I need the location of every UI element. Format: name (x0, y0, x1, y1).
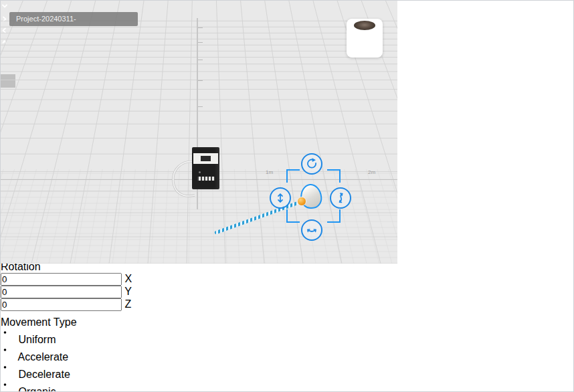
robot-machine-model[interactable] (192, 147, 219, 189)
view-orientation-cube[interactable] (347, 19, 383, 58)
rotation-x-field[interactable]: X (1, 273, 573, 286)
accelerate-path-icon (1, 351, 18, 363)
axis-label-1m: 1m (266, 169, 273, 175)
rotation-fields: X Y Z (1, 273, 573, 311)
axis-tick (198, 80, 203, 81)
rotation-y-field[interactable]: Y (1, 286, 573, 298)
viewport-3d[interactable]: 1m 2m Project-20240311- (1, 1, 397, 264)
decelerate-path-icon (1, 369, 18, 380)
cube-top-face (354, 21, 375, 30)
tilt-gizmo-button[interactable] (330, 187, 351, 209)
rotate-cw-gizmo-button[interactable] (301, 153, 322, 175)
machine-slot (201, 156, 211, 161)
movement-type-uniform[interactable]: Uniform (1, 328, 573, 346)
pan-horizontal-icon (305, 223, 318, 237)
organic-path-icon (1, 386, 18, 392)
machine-vent (197, 177, 215, 181)
axis-tick (198, 106, 203, 107)
movement-type-accelerate[interactable]: Accelerate (1, 346, 573, 363)
movement-type-options: Uniform Accelerate Decelerate (1, 328, 573, 392)
rotation-z-field[interactable]: Z (1, 298, 573, 311)
movement-type-organic[interactable]: Organic (1, 381, 573, 392)
project-name-badge: Project-20240311- (9, 12, 138, 26)
uniform-path-icon (1, 334, 18, 345)
bracket-corner (327, 169, 341, 183)
pan-horizontal-gizmo-button[interactable] (301, 219, 322, 241)
bracket-corner (327, 209, 341, 223)
camera-object[interactable] (298, 183, 323, 211)
machine-button (199, 171, 201, 173)
camera-lens (297, 197, 306, 206)
bracket-corner (286, 169, 300, 183)
axis-tick (198, 42, 203, 43)
movement-type-label: Movement Type (1, 316, 573, 328)
rotate-cw-icon (305, 157, 318, 171)
tilt-icon (334, 191, 347, 205)
perspective-grid (1, 1, 397, 264)
move-vertical-gizmo-button[interactable] (270, 187, 291, 209)
app-window: 1m 2m Project-20240311- (0, 0, 574, 392)
axis-tick (198, 60, 203, 60)
bracket-corner (286, 209, 300, 223)
move-vertical-icon (274, 191, 287, 205)
axis-label-2m: 2m (368, 169, 375, 175)
axis-tick (198, 27, 203, 28)
movement-type-decelerate[interactable]: Decelerate (1, 363, 573, 381)
